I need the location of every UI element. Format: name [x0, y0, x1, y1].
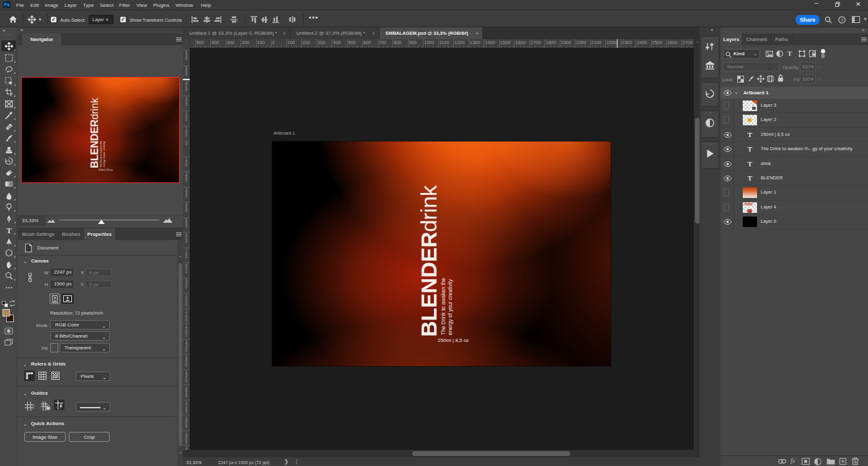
svg-text:T: T	[6, 226, 12, 234]
svg-text:?: ?	[841, 17, 844, 23]
